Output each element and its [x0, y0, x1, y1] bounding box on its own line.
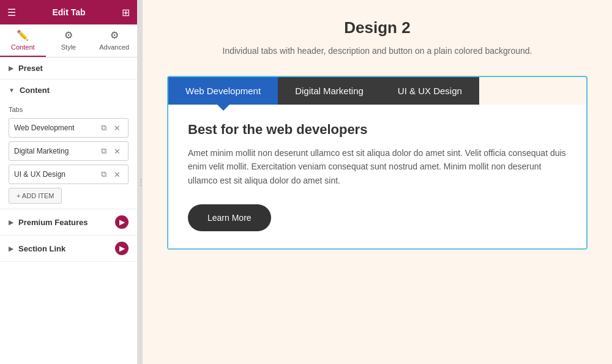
tab-panel-title: Best for the web developers: [188, 122, 567, 138]
tab-nav-digital-marketing[interactable]: Digital Marketing: [278, 77, 381, 105]
premium-features-label: Premium Features: [18, 218, 88, 227]
tab-content[interactable]: ✏️ Content: [0, 24, 46, 57]
tab-panel-body: Amet minim mollit non deserunt ullamco e…: [188, 146, 567, 187]
preset-header[interactable]: ▶ Preset: [0, 58, 137, 79]
tab-nav-web-dev-label: Web Development: [185, 86, 261, 96]
tab-style-label: Style: [61, 43, 76, 51]
section-link-label-group: ▶ Section Link: [9, 244, 65, 253]
content-header[interactable]: ▼ Content: [0, 80, 137, 101]
section-link-badge-icon: ▶: [115, 242, 129, 255]
design-subtitle: Individual tabs with header, description…: [167, 45, 588, 58]
list-item: UI & UX Design ⧉ ✕: [9, 165, 129, 184]
tabs-container: Web Development Digital Marketing UI & U…: [167, 76, 588, 250]
content-body: Tabs Web Development ⧉ ✕ Digital Marketi…: [0, 101, 137, 209]
premium-features-label-group: ▶ Premium Features: [9, 218, 88, 227]
tab-advanced[interactable]: ⚙ Advanced: [91, 24, 137, 57]
design-title: Design 2: [167, 18, 588, 37]
tab-item-label-3: UI & UX Design: [14, 170, 96, 179]
main-content: Design 2 Individual tabs with header, de…: [143, 0, 612, 364]
tab-nav-ui-ux-label: UI & UX Design: [398, 86, 462, 96]
tab-item-label-1: Web Development: [14, 124, 96, 132]
tab-nav-digital-marketing-label: Digital Marketing: [295, 86, 364, 96]
section-link-arrow-icon: ▶: [9, 245, 13, 252]
premium-features-row[interactable]: ▶ Premium Features ▶: [0, 209, 137, 236]
style-icon: ⚙: [64, 29, 73, 41]
tabs-section-label: Tabs: [9, 106, 129, 113]
remove-tab-2-button[interactable]: ✕: [111, 146, 123, 157]
section-link-label: Section Link: [18, 244, 65, 253]
tab-panel: Best for the web developers Amet minim m…: [168, 105, 586, 248]
preset-section: ▶ Preset: [0, 58, 137, 80]
sidebar-title: Edit Tab: [52, 7, 85, 17]
sidebar: ☰ Edit Tab ⊞ ✏️ Content ⚙ Style ⚙ Advanc…: [0, 0, 138, 364]
content-section: ▼ Content Tabs Web Development ⧉ ✕ Digit…: [0, 80, 137, 209]
copy-tab-2-button[interactable]: ⧉: [99, 145, 109, 157]
tab-item-label-2: Digital Marketing: [14, 147, 96, 155]
tab-advanced-label: Advanced: [99, 43, 129, 51]
add-item-button[interactable]: + ADD ITEM: [9, 188, 62, 204]
premium-badge-icon: ▶: [115, 215, 129, 229]
tab-nav-ui-ux[interactable]: UI & UX Design: [381, 77, 479, 105]
sidebar-header: ☰ Edit Tab ⊞: [0, 0, 137, 24]
copy-tab-1-button[interactable]: ⧉: [99, 122, 109, 134]
content-icon: ✏️: [17, 29, 29, 41]
copy-tab-3-button[interactable]: ⧉: [99, 168, 109, 180]
hamburger-icon[interactable]: ☰: [7, 7, 16, 18]
tab-nav-web-dev[interactable]: Web Development: [168, 77, 278, 105]
preset-arrow-icon: ▶: [9, 65, 13, 72]
list-item: Web Development ⧉ ✕: [9, 118, 129, 138]
section-link-row[interactable]: ▶ Section Link ▶: [0, 236, 137, 262]
add-item-label: + ADD ITEM: [17, 192, 54, 199]
sidebar-tabs: ✏️ Content ⚙ Style ⚙ Advanced: [0, 24, 137, 58]
resize-handle[interactable]: ⋮: [138, 0, 143, 364]
remove-tab-1-button[interactable]: ✕: [111, 122, 123, 134]
tab-content-label: Content: [11, 43, 35, 51]
premium-arrow-icon: ▶: [9, 219, 13, 226]
learn-more-button[interactable]: Learn More: [188, 204, 271, 231]
tabs-nav: Web Development Digital Marketing UI & U…: [168, 77, 586, 105]
preset-label: Preset: [18, 64, 43, 73]
grid-icon[interactable]: ⊞: [122, 7, 130, 18]
content-label: Content: [20, 86, 50, 95]
remove-tab-3-button[interactable]: ✕: [111, 169, 123, 180]
list-item: Digital Marketing ⧉ ✕: [9, 141, 129, 161]
tab-style[interactable]: ⚙ Style: [46, 24, 92, 57]
content-arrow-icon: ▼: [9, 87, 15, 94]
advanced-icon: ⚙: [110, 29, 119, 41]
